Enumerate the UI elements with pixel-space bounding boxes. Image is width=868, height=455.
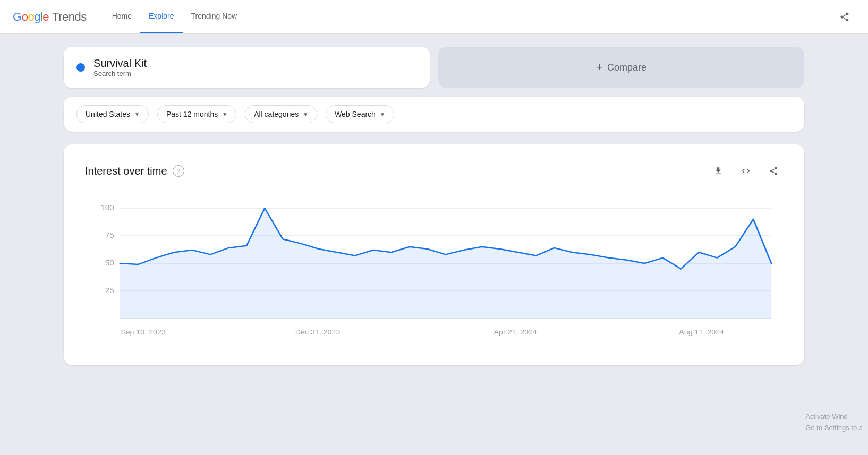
chart-share-icon bbox=[769, 166, 778, 176]
filter-category-arrow: ▼ bbox=[303, 111, 308, 117]
svg-text:Dec 31, 2023: Dec 31, 2023 bbox=[295, 329, 341, 336]
filter-category-label: All categories bbox=[254, 110, 299, 118]
embed-icon bbox=[741, 166, 751, 176]
download-icon bbox=[713, 166, 723, 176]
header-share-button[interactable] bbox=[834, 6, 855, 28]
chart-share-button[interactable] bbox=[764, 161, 783, 181]
logo-g2: g bbox=[34, 10, 40, 23]
chart-svg: 100 75 50 25 Sep 10, 2023 Dec 31, 2023 A… bbox=[85, 198, 783, 346]
nav-trending[interactable]: Trending Now bbox=[183, 0, 246, 33]
logo-trends: Trends bbox=[52, 10, 87, 24]
chart-actions bbox=[709, 161, 783, 181]
filter-period-arrow: ▼ bbox=[222, 111, 227, 117]
chart-container: 100 75 50 25 Sep 10, 2023 Dec 31, 2023 A… bbox=[85, 198, 783, 348]
header: Google Trends Home Explore Trending Now bbox=[0, 0, 868, 34]
search-area: Survival Kit Search term + Compare bbox=[64, 47, 804, 88]
filter-period[interactable]: Past 12 months ▼ bbox=[157, 105, 236, 123]
logo-e: e bbox=[42, 10, 49, 23]
chart-area: Interest over time ? bbox=[64, 144, 804, 365]
nav-explore[interactable]: Explore bbox=[140, 0, 182, 33]
filter-search-type-label: Web Search bbox=[335, 110, 376, 118]
compare-plus-icon: + bbox=[596, 61, 603, 74]
filter-region-label: United States bbox=[86, 110, 130, 118]
filter-region-arrow: ▼ bbox=[134, 111, 140, 117]
svg-text:50: 50 bbox=[105, 259, 114, 267]
svg-text:25: 25 bbox=[105, 287, 114, 295]
main-content: Survival Kit Search term + Compare Unite… bbox=[0, 34, 868, 378]
download-button[interactable] bbox=[709, 161, 728, 181]
chart-header: Interest over time ? bbox=[85, 161, 783, 181]
svg-text:Aug 11, 2024: Aug 11, 2024 bbox=[679, 329, 724, 336]
watermark-line2: Go to Settings to a bbox=[805, 423, 863, 434]
svg-text:Sep 10, 2023: Sep 10, 2023 bbox=[121, 329, 166, 336]
filter-search-type[interactable]: Web Search ▼ bbox=[326, 105, 394, 123]
logo-google-text: Google bbox=[13, 10, 49, 24]
svg-text:100: 100 bbox=[100, 204, 114, 212]
search-term-type: Search term bbox=[93, 70, 147, 78]
nav-home[interactable]: Home bbox=[104, 0, 140, 33]
watermark-line1: Activate Wind bbox=[805, 411, 863, 423]
help-icon[interactable]: ? bbox=[173, 165, 184, 177]
share-icon bbox=[839, 12, 850, 22]
activate-windows-watermark: Activate Wind Go to Settings to a bbox=[805, 411, 863, 434]
svg-text:Apr 21, 2024: Apr 21, 2024 bbox=[494, 329, 538, 336]
header-right bbox=[834, 6, 855, 28]
search-term-info: Survival Kit Search term bbox=[93, 57, 147, 78]
search-box[interactable]: Survival Kit Search term bbox=[64, 47, 430, 88]
filter-period-label: Past 12 months bbox=[166, 110, 218, 118]
logo-o1: o bbox=[22, 10, 28, 23]
search-dot bbox=[76, 63, 85, 72]
filter-category[interactable]: All categories ▼ bbox=[245, 105, 317, 123]
compare-label: Compare bbox=[607, 62, 646, 73]
svg-text:75: 75 bbox=[105, 231, 114, 239]
logo-o2: o bbox=[28, 10, 34, 23]
chart-title: Interest over time bbox=[85, 165, 167, 177]
embed-button[interactable] bbox=[736, 161, 755, 181]
main-nav: Home Explore Trending Now bbox=[104, 0, 245, 33]
logo-g: G bbox=[13, 10, 22, 23]
filter-region[interactable]: United States ▼ bbox=[76, 105, 149, 123]
compare-box[interactable]: + Compare bbox=[438, 47, 804, 88]
logo: Google Trends bbox=[13, 10, 87, 24]
chart-title-group: Interest over time ? bbox=[85, 165, 184, 177]
filter-search-type-arrow: ▼ bbox=[380, 111, 385, 117]
search-term-name: Survival Kit bbox=[93, 57, 147, 70]
filters-area: United States ▼ Past 12 months ▼ All cat… bbox=[64, 97, 804, 132]
